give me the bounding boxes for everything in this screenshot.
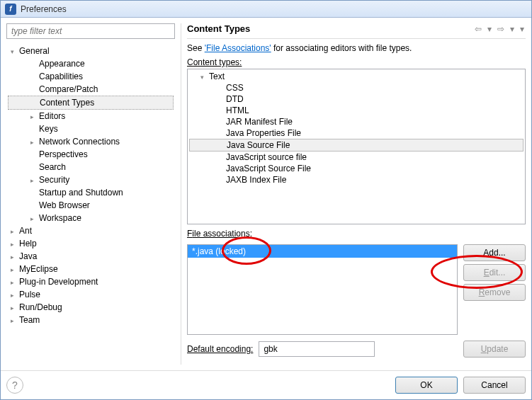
file-associations-link[interactable]: 'File Associations' (205, 43, 271, 53)
expand-icon[interactable]: ▸ (11, 304, 19, 312)
nav-item[interactable]: ▸Editors (8, 110, 174, 122)
forward-menu-icon[interactable]: ▾ (509, 24, 516, 34)
nav-item-label: Network Connections (39, 137, 120, 147)
intro-text: See 'File Associations' for associating … (187, 43, 526, 53)
nav-tree[interactable]: ▾GeneralAppearanceCapabilitiesCompare/Pa… (6, 43, 175, 365)
expand-icon: ▾ (200, 74, 209, 81)
content-type-item[interactable]: ▾Text (189, 71, 523, 82)
nav-item-label: Help (19, 239, 37, 248)
nav-item-label: Web Browser (39, 200, 90, 210)
ok-button[interactable]: OK (395, 377, 458, 394)
dialog-footer: ? OK Cancel (1, 370, 531, 399)
forward-icon[interactable]: ⇨ (496, 24, 506, 34)
encoding-input[interactable] (259, 341, 375, 357)
content-type-label: DTD (226, 94, 244, 104)
expand-icon[interactable]: ▸ (11, 228, 19, 235)
nav-item[interactable]: Appearance (8, 57, 174, 70)
nav-item-label: Editors (39, 111, 65, 121)
content-type-item[interactable]: Java Source File (189, 139, 523, 152)
content-panel: Content Types ⇦ ▾ ⇨ ▾ ▾ See 'File Associ… (181, 23, 526, 365)
content-types-label: Content types: (187, 57, 526, 67)
nav-item[interactable]: ▸Pulse (8, 288, 174, 301)
file-associations-label: File associations: (187, 229, 526, 239)
app-icon: f (5, 4, 16, 15)
edit-button[interactable]: Edit... (463, 264, 526, 281)
nav-item-label: Pulse (19, 290, 40, 299)
nav-item[interactable]: ▸Plug-in Development (8, 275, 174, 288)
content-type-label: CSS (226, 83, 244, 93)
update-button[interactable]: Update (463, 341, 526, 358)
back-menu-icon[interactable]: ▾ (486, 24, 493, 34)
nav-item-label: MyEclipse (19, 264, 58, 274)
nav-item[interactable]: Web Browser (8, 199, 174, 212)
nav-item[interactable]: ▸Network Connections (8, 135, 174, 148)
collapse-icon[interactable]: ▾ (11, 48, 19, 55)
nav-item-label: Team (19, 315, 40, 325)
expand-icon[interactable]: ▸ (11, 253, 19, 261)
expand-icon[interactable]: ▸ (11, 266, 19, 273)
content-type-label: JAR Manifest File (226, 117, 293, 127)
window-title: Preferences (21, 4, 67, 14)
nav-item-label: Capabilities (39, 72, 83, 81)
nav-item-label: Perspectives (39, 149, 88, 159)
nav-item-label: General (19, 46, 50, 56)
nav-item[interactable]: ▸Java (8, 250, 174, 263)
expand-icon[interactable]: ▸ (11, 292, 19, 299)
nav-item[interactable]: Capabilities (8, 70, 174, 83)
nav-item[interactable]: ▸Run/Debug (8, 301, 174, 314)
content-type-item[interactable]: HTML (189, 105, 523, 116)
content-types-tree[interactable]: ▾TextCSSDTDHTMLJAR Manifest FileJava Pro… (187, 69, 526, 224)
nav-item[interactable]: ▸Team (8, 314, 174, 326)
nav-item[interactable]: ▸Ant (8, 224, 174, 237)
nav-item-label: Run/Debug (19, 302, 62, 312)
content-type-label: JavaScript source file (226, 152, 307, 162)
content-type-item[interactable]: CSS (189, 82, 523, 93)
nav-item-label: Workspace (39, 213, 81, 223)
file-association-item[interactable]: *.java (locked) (188, 245, 457, 258)
content-type-item[interactable]: JavaScript Source File (189, 163, 523, 174)
nav-item[interactable]: ▾General (8, 45, 174, 57)
expand-icon[interactable]: ▸ (11, 317, 19, 324)
content-type-label: Java Source File (227, 140, 290, 150)
nav-item[interactable]: Search (8, 161, 174, 173)
expand-icon[interactable]: ▸ (11, 241, 19, 248)
nav-item[interactable]: Compare/Patch (8, 83, 174, 96)
page-title: Content Types (187, 23, 250, 34)
nav-item[interactable]: Content Types (8, 96, 174, 110)
back-icon[interactable]: ⇦ (473, 24, 483, 34)
filter-input[interactable] (6, 23, 175, 39)
menu-icon[interactable]: ▾ (519, 24, 526, 34)
expand-icon[interactable]: ▸ (30, 139, 39, 146)
nav-item[interactable]: Perspectives (8, 148, 174, 161)
expand-icon[interactable]: ▸ (30, 215, 39, 222)
nav-item[interactable]: ▸Security (8, 173, 174, 186)
content-type-item[interactable]: DTD (189, 93, 523, 105)
file-associations-list[interactable]: *.java (locked) (187, 244, 458, 335)
nav-item[interactable]: Startup and Shutdown (8, 186, 174, 199)
preferences-window: f Preferences ▾GeneralAppearanceCapabili… (0, 0, 532, 400)
expand-icon[interactable]: ▸ (30, 113, 39, 120)
nav-item[interactable]: ▸Workspace (8, 212, 174, 224)
nav-item-label: Security (39, 175, 69, 185)
content-type-label: JAXB Index File (226, 175, 286, 185)
content-type-label: JavaScript Source File (226, 164, 311, 173)
nav-item[interactable]: Keys (8, 122, 174, 135)
help-icon[interactable]: ? (6, 377, 23, 394)
remove-button[interactable]: Remove (463, 284, 526, 301)
encoding-label: Default encoding: (187, 344, 253, 354)
add-button[interactable]: Add... (463, 244, 526, 261)
content-type-label: HTML (226, 105, 249, 115)
content-type-item[interactable]: JavaScript source file (189, 152, 523, 163)
history-nav: ⇦ ▾ ⇨ ▾ ▾ (473, 24, 526, 34)
cancel-button[interactable]: Cancel (463, 377, 526, 394)
content-type-label: Text (209, 72, 225, 81)
content-type-label: Java Properties File (226, 128, 301, 138)
expand-icon[interactable]: ▸ (30, 177, 39, 184)
nav-item[interactable]: ▸Help (8, 237, 174, 250)
expand-icon[interactable]: ▸ (11, 279, 19, 286)
content-type-item[interactable]: JAXB Index File (189, 174, 523, 185)
content-type-item[interactable]: Java Properties File (189, 127, 523, 139)
nav-item[interactable]: ▸MyEclipse (8, 263, 174, 275)
nav-item-label: Compare/Patch (39, 84, 98, 94)
content-type-item[interactable]: JAR Manifest File (189, 116, 523, 127)
